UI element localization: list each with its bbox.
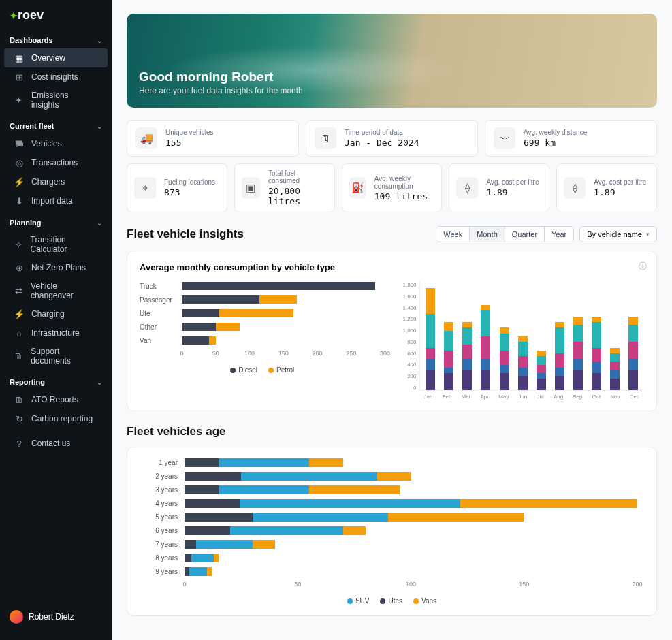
- nav-icon: ⊞: [14, 71, 25, 82]
- tab-quarter[interactable]: Quarter: [505, 227, 545, 242]
- hbar-row: Passenger: [140, 295, 385, 304]
- tab-month[interactable]: Month: [470, 227, 505, 242]
- info-icon[interactable]: ⓘ: [639, 261, 647, 272]
- sidebar-item-import-data[interactable]: ⬇Import data: [4, 191, 108, 210]
- tab-week[interactable]: Week: [436, 227, 470, 242]
- contact-label: Contact us: [31, 438, 70, 448]
- stat-icon: 〰: [494, 127, 515, 149]
- sidebar-item-support-documents[interactable]: 🗎Support documents: [4, 342, 108, 370]
- age-row: 8 years: [146, 554, 637, 562]
- nav-icon: 🗎: [14, 351, 24, 362]
- sidebar-item-vehicle-changeover[interactable]: ⇄Vehicle changeover: [4, 277, 108, 304]
- nav-icon: ⌂: [14, 327, 25, 338]
- user-footer[interactable]: Robert Dietz: [0, 602, 112, 632]
- nav-icon: ✧: [14, 239, 24, 250]
- nav-icon: ⬇: [14, 195, 25, 206]
- sidebar-item-transactions[interactable]: ◎Transactions: [4, 153, 108, 172]
- nav-icon: ◎: [14, 157, 25, 168]
- stat-icon: ⟠: [456, 177, 478, 199]
- sidebar: ✦ roev Dashboards⌄▦Overview⊞Cost insight…: [0, 0, 112, 640]
- legend-vans: Vans: [413, 597, 436, 605]
- sidebar-item-net-zero-plans[interactable]: ⊕Net Zero Plans: [4, 258, 108, 277]
- legend-utes: Utes: [380, 597, 402, 605]
- chevron-down-icon: ⌄: [97, 123, 102, 130]
- nav-icon: ⇄: [14, 285, 24, 296]
- sidebar-item-charging[interactable]: ⚡Charging: [4, 304, 108, 323]
- nav-label: Vehicles: [31, 139, 62, 148]
- monthly-stacked-chart: 1,8001,6001,4001,2001,0008006004002000 J…: [399, 282, 645, 400]
- nav-section-header[interactable]: Current fleet⌄: [0, 118, 112, 134]
- stat-label: Avg. cost per litre: [486, 178, 539, 186]
- legend-diesel: Diesel: [230, 366, 257, 374]
- stat-label: Avg. weekly consumption: [374, 175, 435, 190]
- stat-icon: 🚚: [135, 127, 157, 149]
- sidebar-item-infrastructure[interactable]: ⌂Infrastructure: [4, 323, 108, 342]
- age-row: 2 years: [146, 472, 637, 481]
- insights-header: Fleet vehicle insights WeekMonthQuarterY…: [127, 226, 657, 242]
- consumption-card: ⓘ Average monthly consumption by vehicle…: [127, 251, 657, 411]
- nav-section-header[interactable]: Reporting⌄: [0, 374, 112, 390]
- nav-icon: ⚡: [14, 176, 25, 187]
- sidebar-item-chargers[interactable]: ⚡Chargers: [4, 172, 108, 191]
- age-row: 5 years: [146, 513, 637, 522]
- sidebar-item-transition-calculator[interactable]: ✧Transition Calculator: [4, 231, 108, 258]
- hero-title: Good morning Robert: [139, 69, 303, 84]
- nav-icon: ⛟: [14, 138, 25, 149]
- vbar-Dec: [628, 317, 638, 390]
- chevron-down-icon: ▾: [646, 231, 650, 238]
- hbar-row: Other: [140, 323, 385, 331]
- age-header: Fleet vehicles age: [127, 425, 657, 438]
- stat-label: Avg. weekly distance: [524, 129, 587, 136]
- nav-label: Import data: [31, 196, 73, 206]
- stat-value: 699 km: [524, 138, 587, 148]
- nav-section-header[interactable]: Planning⌄: [0, 214, 112, 231]
- nav-label: Infrastructure: [31, 328, 80, 338]
- age-row: 4 years: [146, 499, 637, 508]
- nav-label: Transactions: [31, 158, 78, 167]
- stat-card: 🚚Unique vehicles155: [127, 120, 299, 157]
- legend-suv: SUV: [347, 597, 370, 605]
- nav-section-header[interactable]: Dashboards⌄: [0, 32, 112, 48]
- sidebar-item-overview[interactable]: ▦Overview: [4, 48, 108, 67]
- stat-label: Time period of data: [345, 129, 419, 136]
- nav-label: Cost insights: [31, 72, 78, 82]
- age-row: 9 years: [146, 567, 637, 576]
- sidebar-item-vehicles[interactable]: ⛟Vehicles: [4, 134, 108, 153]
- sidebar-item-contact[interactable]: ? Contact us: [4, 434, 108, 453]
- nav-icon: 🗎: [14, 394, 25, 405]
- sidebar-item-carbon-reporting[interactable]: ↻Carbon reporting: [4, 409, 108, 428]
- stat-label: Avg. cost per litre: [594, 178, 646, 186]
- nav-icon: ⚡: [14, 308, 25, 319]
- sidebar-item-ato-reports[interactable]: 🗎ATO Reports: [4, 390, 108, 409]
- nav-icon: ⊕: [14, 262, 25, 273]
- tab-year[interactable]: Year: [545, 227, 573, 242]
- sidebar-item-cost-insights[interactable]: ⊞Cost insights: [4, 67, 108, 86]
- nav-icon: ▦: [14, 52, 25, 63]
- insights-title: Fleet vehicle insights: [127, 227, 244, 241]
- sidebar-item-emissions-insights[interactable]: ✦Emissions insights: [4, 86, 108, 114]
- stat-value: 873: [164, 187, 215, 197]
- chevron-down-icon: ⌄: [97, 37, 102, 44]
- hero-banner: Good morning Robert Here are your fuel d…: [127, 14, 657, 108]
- nav-icon: ↻: [14, 413, 25, 424]
- stat-card: 🗓Time period of dataJan - Dec 2024: [306, 120, 478, 157]
- stat-card: ⛽Avg. weekly consumption109 litres: [342, 163, 443, 212]
- nav-label: Support documents: [31, 347, 98, 366]
- age-row: 3 years: [146, 485, 637, 494]
- vbar-Oct: [592, 317, 601, 390]
- filter-dropdown[interactable]: By vehicle name ▾: [579, 226, 657, 242]
- brand-text: roev: [18, 8, 44, 22]
- vbar-Feb: [444, 322, 453, 390]
- age-row: 7 years: [146, 540, 637, 549]
- vbar-Sep: [573, 317, 583, 390]
- stat-card: ⟠Avg. cost per litre1.89: [556, 163, 657, 212]
- period-segmented: WeekMonthQuarterYear: [436, 226, 574, 242]
- age-chart: 1 year2 years3 years4 years5 years6 year…: [140, 458, 644, 605]
- stat-icon: ▣: [242, 177, 260, 199]
- stat-card: ▣Total fuel consumed20,800 litres: [234, 163, 335, 212]
- hbar-row: Van: [140, 336, 385, 345]
- nav-icon: ✦: [14, 95, 25, 106]
- main-content: Good morning Robert Here are your fuel d…: [112, 0, 672, 640]
- vbar-Nov: [610, 348, 620, 390]
- stat-icon: ⌖: [134, 177, 156, 199]
